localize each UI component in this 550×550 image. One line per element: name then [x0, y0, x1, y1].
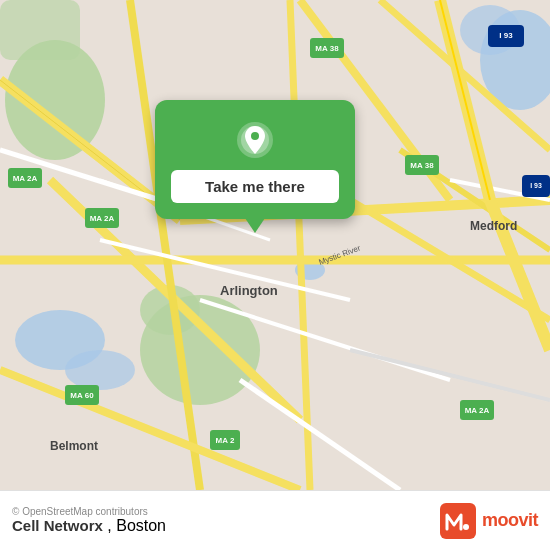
moovit-brand-text: moovit	[482, 510, 538, 531]
svg-text:MA 38: MA 38	[410, 161, 434, 170]
city-separator: ,	[107, 517, 116, 534]
popup-card: Take me there	[155, 100, 355, 219]
svg-text:MA 38: MA 38	[315, 44, 339, 53]
moovit-logo: moovit	[440, 503, 538, 539]
svg-text:MA 60: MA 60	[70, 391, 94, 400]
bottom-left: © OpenStreetMap contributors Cell Networ…	[12, 506, 166, 535]
svg-text:MA 2: MA 2	[216, 436, 235, 445]
svg-text:I 93: I 93	[530, 182, 542, 189]
bottom-bar: © OpenStreetMap contributors Cell Networ…	[0, 490, 550, 550]
svg-text:Arlington: Arlington	[220, 283, 278, 298]
city-name: Boston	[116, 517, 166, 534]
moovit-m-icon	[440, 503, 476, 539]
svg-text:I 93: I 93	[499, 31, 513, 40]
app-info: Cell Networx , Boston	[12, 517, 166, 535]
location-pin-icon	[235, 120, 275, 160]
svg-text:MA 2A: MA 2A	[13, 174, 38, 183]
svg-text:Belmont: Belmont	[50, 439, 98, 453]
svg-text:MA 2A: MA 2A	[465, 406, 490, 415]
take-me-there-button[interactable]: Take me there	[171, 170, 339, 203]
svg-rect-9	[0, 0, 80, 60]
svg-point-58	[463, 524, 469, 530]
map-container: I 93 I 93 MA 38 MA 38 MA 2A MA 2A MA 2A …	[0, 0, 550, 490]
map-svg: I 93 I 93 MA 38 MA 38 MA 2A MA 2A MA 2A …	[0, 0, 550, 490]
attribution-text: © OpenStreetMap contributors	[12, 506, 166, 517]
svg-point-2	[65, 350, 135, 390]
svg-point-56	[251, 132, 259, 140]
app-name: Cell Networx	[12, 517, 103, 534]
svg-text:MA 2A: MA 2A	[90, 214, 115, 223]
svg-text:Medford: Medford	[470, 219, 517, 233]
